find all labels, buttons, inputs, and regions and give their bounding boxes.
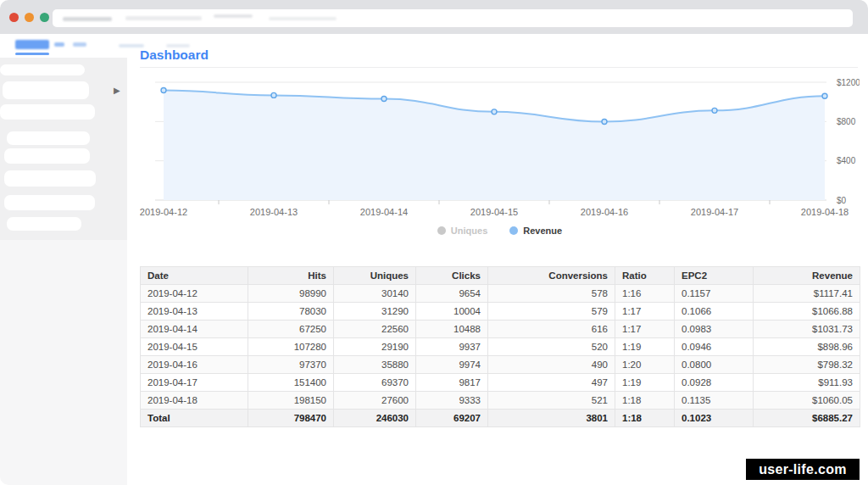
data-point[interactable] — [161, 88, 166, 93]
table-cell: 520 — [488, 338, 615, 356]
data-point[interactable] — [492, 109, 497, 114]
table-total-row: Total7984702460306920738011:180.1023$688… — [141, 410, 860, 427]
stats-table-header: DateHitsUniquesClicksConversionsRatioEPC… — [141, 267, 860, 285]
table-cell: 78030 — [248, 303, 334, 321]
sidebar-item-redacted[interactable] — [0, 64, 85, 75]
sidebar-item-redacted[interactable] — [3, 81, 89, 99]
table-cell: 616 — [488, 321, 615, 338]
sidebar-item-redacted[interactable] — [7, 217, 81, 231]
table-cell: $898.96 — [754, 338, 860, 356]
table-row: 2019-04-16973703588099744901:200.0800$79… — [141, 356, 860, 374]
redacted-brand-text — [54, 42, 64, 47]
table-cell: 1:18 — [615, 410, 675, 427]
table-cell: 1:18 — [615, 392, 675, 410]
app-logo[interactable] — [15, 40, 49, 49]
y-axis-label: $1200 — [837, 78, 860, 87]
title-divider — [140, 67, 858, 68]
column-header-conversions[interactable]: Conversions — [488, 267, 615, 285]
table-cell: 246030 — [334, 410, 416, 427]
table-header-row: DateHitsUniquesClicksConversionsRatioEPC… — [141, 267, 860, 285]
legend-label-uniques: Uniques — [451, 226, 487, 236]
table-cell: 578 — [488, 285, 615, 303]
stats-table-body: 2019-04-12989903014096545781:160.1157$11… — [141, 285, 860, 427]
url-bar[interactable] — [53, 9, 853, 27]
chart-legend: Uniques Revenue — [140, 226, 860, 236]
table-cell: 521 — [488, 392, 615, 410]
sidebar-item-redacted[interactable] — [4, 170, 96, 187]
sidebar: ▶ — [0, 58, 127, 240]
table-cell: 107280 — [248, 338, 334, 356]
table-cell: 0.0946 — [675, 338, 754, 356]
column-header-hits[interactable]: Hits — [248, 267, 334, 285]
window-close-button[interactable] — [9, 13, 19, 22]
column-header-ratio[interactable]: Ratio — [615, 267, 675, 285]
x-axis-label: 2019-04-17 — [691, 207, 738, 217]
table-cell: 0.1157 — [675, 285, 754, 303]
redacted-brand-text — [73, 42, 86, 47]
column-header-uniques[interactable]: Uniques — [334, 267, 416, 285]
table-cell: 497 — [488, 374, 615, 392]
area-fill — [164, 91, 825, 200]
data-point[interactable] — [602, 120, 607, 125]
table-cell: 30140 — [334, 285, 416, 303]
table-cell: 10004 — [416, 303, 488, 321]
column-header-clicks[interactable]: Clicks — [416, 267, 488, 285]
redacted-url-text — [214, 14, 253, 18]
table-cell: 0.0928 — [675, 374, 754, 392]
legend-item-revenue[interactable]: Revenue — [509, 226, 562, 236]
table-cell: 2019-04-15 — [141, 338, 248, 356]
table-cell: 9817 — [416, 374, 488, 392]
table-cell: 2019-04-13 — [141, 303, 248, 321]
table-cell: 2019-04-16 — [141, 356, 248, 374]
table-row: 2019-04-171514006937098174971:190.0928$9… — [141, 374, 860, 392]
browser-window: ▶ Dashboard $0$400$800$12002019-04-12201… — [0, 0, 868, 485]
table-cell: 0.1066 — [675, 303, 754, 321]
column-header-revenue[interactable]: Revenue — [754, 267, 860, 285]
table-cell: 2019-04-12 — [141, 285, 248, 303]
table-cell: 35880 — [334, 356, 416, 374]
data-point[interactable] — [822, 93, 827, 98]
table-cell: 1:19 — [615, 374, 675, 392]
data-point[interactable] — [381, 96, 387, 101]
table-row: 2019-04-181981502760093335211:180.1135$1… — [141, 392, 860, 410]
data-point[interactable] — [712, 108, 717, 113]
sidebar-item-redacted[interactable] — [0, 104, 95, 120]
x-axis-label: 2019-04-18 — [801, 207, 849, 217]
x-axis-label: 2019-04-16 — [581, 207, 628, 217]
window-zoom-button[interactable] — [40, 13, 49, 22]
table-cell: $1117.41 — [754, 285, 860, 303]
y-axis-label: $800 — [837, 117, 856, 126]
sidebar-item-redacted[interactable] — [4, 148, 90, 164]
table-row: 2019-04-151072802919099375201:190.0946$8… — [141, 338, 860, 356]
table-cell: $1060.05 — [754, 392, 860, 410]
x-axis-label: 2019-04-14 — [360, 207, 408, 217]
table-cell: 9937 — [416, 338, 488, 356]
table-cell: 69370 — [334, 374, 416, 392]
table-cell: 31290 — [334, 303, 416, 321]
table-cell: 0.0800 — [675, 356, 754, 374]
chevron-right-icon[interactable]: ▶ — [114, 86, 120, 95]
table-row: 2019-04-137803031290100045791:170.1066$1… — [141, 303, 860, 321]
legend-dot-uniques-icon — [437, 226, 446, 235]
watermark: user-life.com — [746, 459, 860, 480]
table-cell: 67250 — [248, 321, 334, 338]
table-cell: 0.0983 — [675, 321, 754, 338]
sidebar-item-redacted[interactable] — [4, 195, 95, 210]
window-minimize-button[interactable] — [25, 13, 34, 22]
x-axis-label: 2019-04-12 — [140, 207, 187, 217]
table-cell: $798.32 — [754, 356, 860, 374]
page-title: Dashboard — [140, 47, 209, 63]
data-point[interactable] — [271, 92, 276, 98]
column-header-date[interactable]: Date — [141, 267, 248, 285]
column-header-epc2[interactable]: EPC2 — [675, 267, 754, 285]
legend-label-revenue: Revenue — [523, 226, 562, 236]
table-cell: 9333 — [416, 392, 488, 410]
stats-table: DateHitsUniquesClicksConversionsRatioEPC… — [140, 266, 860, 427]
table-cell: 97370 — [248, 356, 334, 374]
legend-item-uniques[interactable]: Uniques — [437, 226, 487, 236]
redacted-url-text — [269, 17, 337, 20]
revenue-area-chart: $0$400$800$12002019-04-122019-04-132019-… — [140, 75, 860, 227]
sidebar-item-redacted[interactable] — [7, 131, 90, 145]
table-cell: $6885.27 — [754, 410, 860, 427]
table-cell: 22560 — [334, 321, 416, 338]
